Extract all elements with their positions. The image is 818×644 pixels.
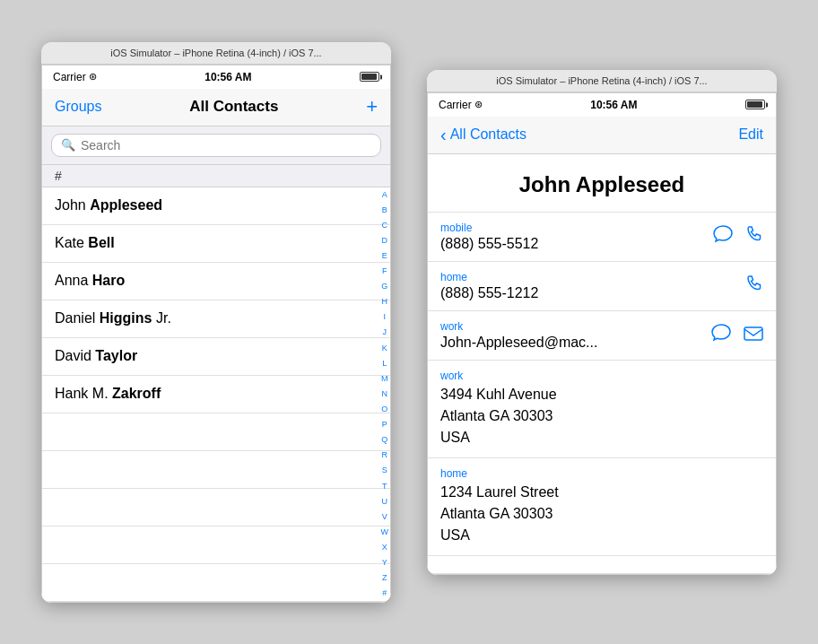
mobile-actions: [713, 225, 763, 248]
right-status-bar: Carrier ⊛ 10:56 AM: [428, 93, 776, 117]
left-nav-title: All Contacts: [189, 98, 278, 116]
home-address-field: home 1234 Laurel StreetAtlanta GA 30303U…: [428, 458, 776, 556]
search-icon: 🔍: [61, 138, 75, 152]
right-nav-bar: ‹ All Contacts Edit: [428, 117, 776, 154]
mobile-value[interactable]: (888) 555-5512: [440, 236, 713, 252]
contact-name: Anna Haro: [55, 273, 125, 289]
back-button[interactable]: ‹ All Contacts: [440, 126, 526, 144]
work-address-field: work 3494 Kuhl AvenueAtlanta GA 30303USA: [428, 361, 776, 458]
contact-list: John Appleseed Kate Bell Anna Haro Danie…: [42, 187, 390, 602]
home-phone-icon[interactable]: [745, 274, 763, 297]
home-phone-actions: [745, 274, 763, 297]
table-row[interactable]: Hank M. Zakroff: [42, 376, 390, 413]
table-row[interactable]: John Appleseed: [42, 187, 390, 225]
left-simulator: iOS Simulator – iPhone Retina (4-inch) /…: [41, 42, 391, 603]
right-sim-title: iOS Simulator – iPhone Retina (4-inch) /…: [427, 70, 777, 92]
battery-icon: [360, 72, 379, 82]
empty-area: [42, 413, 390, 602]
search-bar[interactable]: 🔍: [51, 134, 381, 157]
table-row[interactable]: David Taylor: [42, 338, 390, 376]
work-address-value[interactable]: 3494 Kuhl AvenueAtlanta GA 30303USA: [440, 384, 763, 448]
section-header-hash: #: [42, 165, 390, 187]
chevron-left-icon: ‹: [440, 126, 447, 144]
right-time: 10:56 AM: [590, 99, 637, 111]
home-phone-field: home (888) 555-1212: [428, 262, 776, 311]
contact-full-name: John Appleseed: [440, 172, 763, 197]
home-phone-value[interactable]: (888) 555-1212: [440, 285, 745, 301]
email-icon[interactable]: [744, 325, 763, 345]
table-row[interactable]: Kate Bell: [42, 225, 390, 263]
contact-name: Daniel Higgins Jr.: [55, 310, 171, 326]
mobile-label: mobile: [440, 222, 713, 234]
left-carrier: Carrier ⊛: [53, 71, 97, 83]
mobile-field: mobile (888) 555-5512: [428, 213, 776, 262]
right-battery-icon: [745, 100, 765, 109]
edit-button[interactable]: Edit: [738, 126, 763, 143]
table-row[interactable]: Anna Haro: [42, 263, 390, 300]
add-contact-button[interactable]: +: [366, 97, 378, 117]
contact-name: John Appleseed: [55, 197, 162, 213]
work-chat-icon[interactable]: [711, 324, 731, 346]
phone-icon[interactable]: [745, 225, 763, 248]
home-address-label: home: [440, 467, 763, 480]
chat-icon[interactable]: [713, 225, 733, 248]
search-bar-container: 🔍: [42, 126, 390, 165]
partial-field: [428, 556, 776, 574]
work-email-label: work: [440, 320, 711, 333]
detail-content: John Appleseed mobile (888) 555-5512: [428, 154, 776, 574]
svg-rect-0: [744, 327, 762, 340]
work-email-value[interactable]: John-Appleseed@mac...: [440, 335, 711, 351]
groups-button[interactable]: Groups: [55, 99, 101, 115]
back-label[interactable]: All Contacts: [450, 126, 526, 143]
wifi-icon: ⊛: [89, 71, 97, 83]
work-email-field: work John-Appleseed@mac...: [428, 311, 776, 361]
contact-name: David Taylor: [55, 348, 137, 364]
left-nav-bar: Groups All Contacts +: [42, 89, 390, 126]
left-time: 10:56 AM: [204, 71, 251, 83]
work-address-label: work: [440, 370, 763, 382]
contact-name-section: John Appleseed: [428, 154, 776, 213]
left-status-bar: Carrier ⊛ 10:56 AM: [42, 65, 390, 89]
right-simulator: iOS Simulator – iPhone Retina (4-inch) /…: [427, 70, 777, 575]
search-input[interactable]: [81, 138, 371, 152]
home-phone-label: home: [440, 271, 745, 283]
right-carrier: Carrier ⊛: [439, 99, 483, 111]
contact-name: Hank M. Zakroff: [55, 386, 161, 402]
home-address-value[interactable]: 1234 Laurel StreetAtlanta GA 30303USA: [440, 482, 763, 546]
work-email-actions: [711, 324, 763, 346]
table-row[interactable]: Daniel Higgins Jr.: [42, 300, 390, 338]
left-sim-title: iOS Simulator – iPhone Retina (4-inch) /…: [41, 42, 391, 65]
right-wifi-icon: ⊛: [474, 99, 483, 110]
contact-name: Kate Bell: [55, 235, 115, 251]
